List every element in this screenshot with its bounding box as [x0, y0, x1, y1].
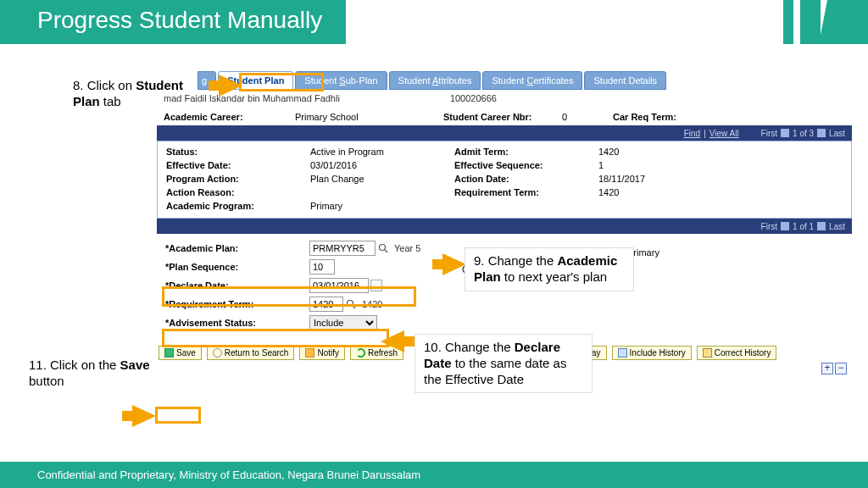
history-icon: [618, 348, 627, 358]
title-accent: [783, 0, 868, 44]
return-button[interactable]: Return to Search: [207, 346, 295, 360]
save-icon: [164, 348, 174, 358]
tab-student-details[interactable]: Student Details: [584, 71, 666, 90]
callout-step9: 9. Change the Academic Plan to next year…: [465, 247, 634, 291]
correct-history-button[interactable]: Correct History: [697, 346, 777, 360]
notify-icon: [305, 348, 314, 358]
search-icon: [213, 348, 222, 358]
last-label: Last: [829, 129, 845, 138]
career-row: Academic Career: Primary School Student …: [157, 108, 852, 125]
declare-date-label: *Declare Date:: [165, 280, 309, 291]
action-date-value: 18/11/2017: [598, 174, 700, 184]
req-term-input[interactable]: [309, 297, 343, 312]
advisement-status-label: *Advisement Status:: [165, 318, 309, 328]
grid-nav-1: Find| View All First 1 of 3 Last: [157, 125, 852, 141]
career-nbr-value: 0: [562, 112, 613, 122]
calendar-icon[interactable]: [370, 280, 382, 291]
viewall-link[interactable]: View All: [709, 129, 739, 138]
student-name: mad Faidil Iskandar bin Muhammad Fadhli: [164, 93, 340, 103]
tab-bar: g Student Plan Student Sub-Plan Student …: [198, 71, 852, 90]
student-header: mad Faidil Iskandar bin Muhammad Fadhli …: [157, 90, 852, 108]
prev-icon[interactable]: [781, 129, 789, 137]
grid-nav-2: First 1 of 1 Last: [157, 219, 852, 234]
peoplesoft-app: g Student Plan Student Sub-Plan Student …: [157, 71, 852, 365]
status-value: Active in Program: [310, 147, 454, 157]
effective-seq-value: 1: [598, 160, 700, 170]
slide-title-bar: Progress Student Manually: [0, 0, 868, 44]
academic-plan-display: Year 5: [394, 243, 420, 253]
svg-line-1: [385, 250, 387, 252]
effective-date-label: Effective Date:: [166, 160, 310, 170]
first-label: First: [761, 129, 777, 138]
highlight-save: [155, 407, 201, 424]
car-req-term-label: Car Req Term:: [613, 112, 676, 122]
save-button[interactable]: Save: [159, 346, 202, 360]
arrow-step11: [132, 405, 156, 427]
slide-title: Progress Student Manually: [12, 0, 346, 44]
last-label-2: Last: [829, 222, 845, 231]
refresh-icon: [356, 348, 365, 358]
arrow-step9: [442, 253, 466, 275]
title-stripe: [0, 0, 12, 44]
student-id: 100020666: [450, 93, 497, 103]
find-link[interactable]: Find: [684, 129, 700, 138]
academic-career-value: Primary School: [295, 112, 443, 122]
lookup-icon-2[interactable]: [345, 298, 357, 310]
plan-sequence-input[interactable]: [309, 259, 335, 274]
prev-icon-2[interactable]: [781, 222, 789, 230]
academic-career-label: Academic Career:: [164, 112, 295, 122]
tab-student-certificates[interactable]: Student Certificates: [482, 71, 582, 90]
academic-program-label: Academic Program:: [166, 201, 310, 211]
effective-date-value: 03/01/2016: [310, 160, 454, 170]
requirement-term-value: 1420: [598, 187, 700, 197]
svg-line-3: [353, 306, 355, 308]
position-text-2: 1 of 1: [793, 222, 814, 231]
svg-point-2: [348, 301, 353, 307]
academic-program-value: Primary: [310, 201, 454, 211]
program-section: Status: Active in Program Admit Term: 14…: [157, 141, 852, 219]
add-row-icon[interactable]: +: [821, 363, 833, 374]
include-history-button[interactable]: Include History: [612, 346, 692, 360]
req-term-display: 1420: [362, 299, 382, 309]
slide-footer: Confidential and Proprietary, Ministry o…: [0, 462, 868, 488]
lookup-icon[interactable]: [377, 242, 389, 254]
annotation-step11: 11. Click on the Save button: [29, 358, 156, 390]
tab-student-attributes[interactable]: Student Attributes: [389, 71, 481, 90]
action-reason-label: Action Reason:: [166, 187, 310, 197]
remove-row-icon[interactable]: −: [835, 363, 847, 374]
admit-term-value: 1420: [598, 147, 700, 157]
career-nbr-label: Student Career Nbr:: [443, 112, 562, 122]
callout-step10: 10. Change the Declare Date to the same …: [415, 334, 593, 393]
advisement-status-select[interactable]: Include: [309, 315, 377, 330]
admit-term-label: Admit Term:: [454, 147, 598, 157]
program-action-value: Plan Change: [310, 174, 454, 184]
arrow-step8: [219, 75, 242, 97]
next-icon-2[interactable]: [817, 222, 826, 230]
requirement-term-label: Requirement Term:: [454, 187, 598, 197]
arrow-step10: [381, 330, 404, 352]
first-label-2: First: [761, 222, 777, 231]
program-action-label: Program Action:: [166, 174, 310, 184]
declare-date-input[interactable]: [309, 278, 369, 293]
plan-sequence-label: *Plan Sequence:: [165, 262, 309, 272]
svg-point-0: [380, 245, 386, 251]
next-icon[interactable]: [817, 129, 826, 137]
edit-icon: [703, 348, 712, 358]
academic-plan-input[interactable]: [309, 241, 376, 256]
effective-seq-label: Effective Sequence:: [454, 160, 598, 170]
academic-plan-label: *Academic Plan:: [165, 243, 309, 253]
add-remove-row: + −: [821, 363, 847, 374]
status-label: Status:: [166, 147, 310, 157]
req-term-label: *Requirement Term:: [165, 299, 309, 309]
position-text: 1 of 3: [793, 129, 814, 138]
notify-button[interactable]: Notify: [299, 346, 345, 360]
tab-student-subplan[interactable]: Student Sub-Plan: [295, 71, 387, 90]
action-date-label: Action Date:: [454, 174, 598, 184]
